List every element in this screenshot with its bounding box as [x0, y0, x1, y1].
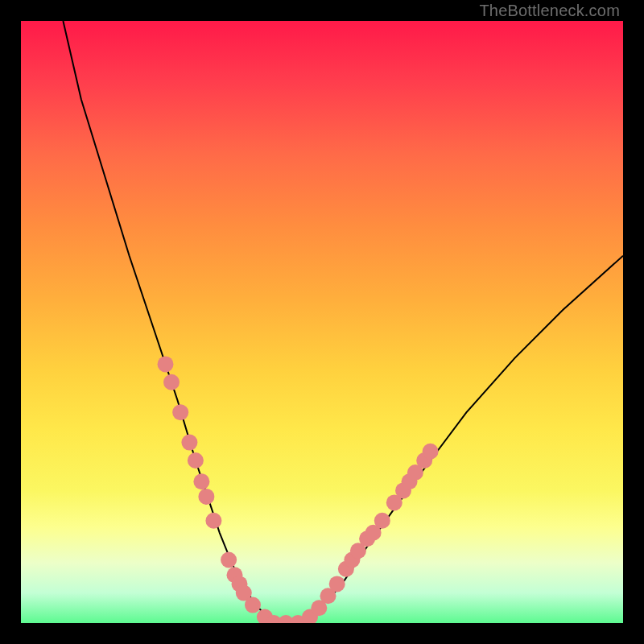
data-marker — [172, 404, 188, 420]
bottleneck-curve — [63, 21, 623, 623]
data-marker — [245, 597, 261, 613]
attribution-text: TheBottleneck.com — [479, 2, 620, 20]
data-marker — [188, 452, 204, 469]
data-marker — [374, 513, 390, 529]
data-marker — [329, 576, 345, 592]
data-marker — [181, 435, 197, 451]
chart-plot-area — [21, 21, 623, 623]
data-marker — [158, 356, 174, 372]
chart-svg — [21, 21, 623, 623]
data-marker — [193, 473, 209, 489]
data-marker — [423, 444, 439, 460]
data-marker — [221, 552, 237, 568]
data-marker — [163, 374, 180, 390]
marker-group — [158, 356, 439, 623]
data-marker — [198, 489, 214, 505]
data-marker — [205, 513, 221, 529]
